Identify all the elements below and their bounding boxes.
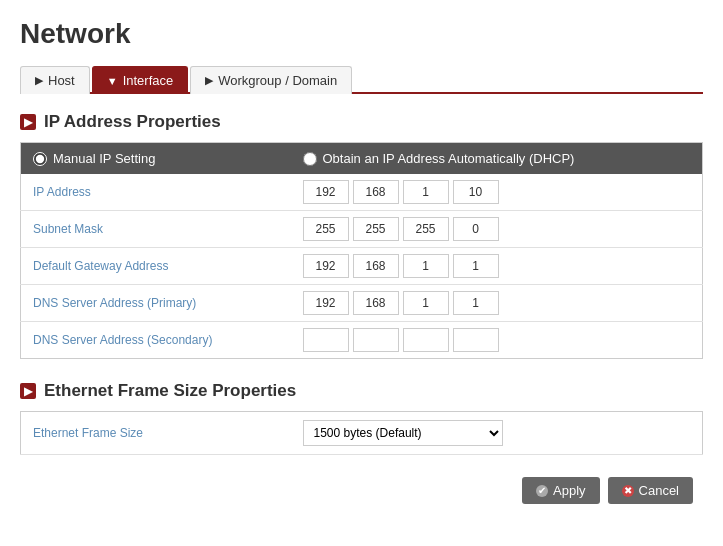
ip-section: ▶ IP Address Properties Manual IP Settin… xyxy=(20,112,703,359)
eth-table: Ethernet Frame Size 1500 bytes (Default)… xyxy=(20,411,703,455)
apply-icon: ✔ xyxy=(536,485,548,497)
tabs-bar: ▶ Host ▼ Interface ▶ Workgroup / Domain xyxy=(20,64,703,94)
ip-octet-input[interactable] xyxy=(353,291,399,315)
ip-octet-input[interactable] xyxy=(353,328,399,352)
ip-octet-input[interactable] xyxy=(303,254,349,278)
ip-row: IP Address xyxy=(21,174,703,211)
ip-row-label: IP Address xyxy=(21,174,291,211)
ip-row-inputs xyxy=(291,285,703,322)
ip-row-inputs xyxy=(291,322,703,359)
ip-octet-input[interactable] xyxy=(453,291,499,315)
dhcp-label: Obtain an IP Address Automatically (DHCP… xyxy=(323,151,575,166)
dhcp-radio-group: Obtain an IP Address Automatically (DHCP… xyxy=(303,151,691,166)
ip-dhcp-header: Obtain an IP Address Automatically (DHCP… xyxy=(291,143,703,175)
manual-label: Manual IP Setting xyxy=(53,151,155,166)
cancel-label: Cancel xyxy=(639,483,679,498)
ip-row-inputs xyxy=(291,211,703,248)
tab-interface-arrow: ▼ xyxy=(107,75,118,87)
ip-inputs-group xyxy=(303,291,691,315)
ip-octet-input[interactable] xyxy=(353,180,399,204)
ip-row-inputs xyxy=(291,174,703,211)
page-title: Network xyxy=(20,18,703,50)
ip-row: Default Gateway Address xyxy=(21,248,703,285)
ip-octet-input[interactable] xyxy=(403,180,449,204)
ip-section-header: ▶ IP Address Properties xyxy=(20,112,703,132)
ip-octet-input[interactable] xyxy=(453,180,499,204)
ip-section-icon: ▶ xyxy=(20,114,36,130)
eth-row-label: Ethernet Frame Size xyxy=(21,412,291,455)
eth-frame-size-select[interactable]: 1500 bytes (Default)4088 bytes7500 bytes… xyxy=(303,420,503,446)
tab-interface-label: Interface xyxy=(123,73,174,88)
ip-octet-input[interactable] xyxy=(303,291,349,315)
manual-radio-group: Manual IP Setting xyxy=(33,151,279,166)
eth-section-icon: ▶ xyxy=(20,383,36,399)
ip-inputs-group xyxy=(303,328,691,352)
ip-table-header-row: Manual IP Setting Obtain an IP Address A… xyxy=(21,143,703,175)
apply-button[interactable]: ✔ Apply xyxy=(522,477,600,504)
tab-host[interactable]: ▶ Host xyxy=(20,66,90,94)
tab-workgroup-label: Workgroup / Domain xyxy=(218,73,337,88)
page-container: Network ▶ Host ▼ Interface ▶ Workgroup /… xyxy=(0,0,723,524)
ip-octet-input[interactable] xyxy=(403,328,449,352)
ip-octet-input[interactable] xyxy=(403,254,449,278)
ip-row-label: Subnet Mask xyxy=(21,211,291,248)
ip-row: DNS Server Address (Primary) xyxy=(21,285,703,322)
ip-octet-input[interactable] xyxy=(353,254,399,278)
tab-workgroup[interactable]: ▶ Workgroup / Domain xyxy=(190,66,352,94)
manual-radio[interactable] xyxy=(33,152,47,166)
eth-row-value: 1500 bytes (Default)4088 bytes7500 bytes… xyxy=(291,412,703,455)
tab-workgroup-arrow: ▶ xyxy=(205,74,213,87)
buttons-row: ✔ Apply ✖ Cancel xyxy=(20,477,703,504)
ip-octet-input[interactable] xyxy=(353,217,399,241)
ip-octet-input[interactable] xyxy=(303,180,349,204)
ip-row: Subnet Mask xyxy=(21,211,703,248)
ip-octet-input[interactable] xyxy=(453,328,499,352)
ip-section-title: IP Address Properties xyxy=(44,112,221,132)
eth-section: ▶ Ethernet Frame Size Properties Etherne… xyxy=(20,381,703,455)
eth-section-title: Ethernet Frame Size Properties xyxy=(44,381,296,401)
ip-table: Manual IP Setting Obtain an IP Address A… xyxy=(20,142,703,359)
tab-host-arrow: ▶ xyxy=(35,74,43,87)
tab-interface[interactable]: ▼ Interface xyxy=(92,66,188,94)
cancel-icon: ✖ xyxy=(622,485,634,497)
ip-manual-header: Manual IP Setting xyxy=(21,143,291,175)
eth-row: Ethernet Frame Size 1500 bytes (Default)… xyxy=(21,412,703,455)
ip-octet-input[interactable] xyxy=(453,254,499,278)
ip-octet-input[interactable] xyxy=(403,291,449,315)
ip-octet-input[interactable] xyxy=(453,217,499,241)
ip-octet-input[interactable] xyxy=(303,328,349,352)
ip-row-label: Default Gateway Address xyxy=(21,248,291,285)
ip-row-label: DNS Server Address (Secondary) xyxy=(21,322,291,359)
ip-inputs-group xyxy=(303,217,691,241)
apply-label: Apply xyxy=(553,483,586,498)
ip-row: DNS Server Address (Secondary) xyxy=(21,322,703,359)
ip-inputs-group xyxy=(303,180,691,204)
tab-host-label: Host xyxy=(48,73,75,88)
ip-octet-input[interactable] xyxy=(403,217,449,241)
ip-row-label: DNS Server Address (Primary) xyxy=(21,285,291,322)
eth-section-header: ▶ Ethernet Frame Size Properties xyxy=(20,381,703,401)
ip-row-inputs xyxy=(291,248,703,285)
cancel-button[interactable]: ✖ Cancel xyxy=(608,477,693,504)
ip-octet-input[interactable] xyxy=(303,217,349,241)
ip-inputs-group xyxy=(303,254,691,278)
dhcp-radio[interactable] xyxy=(303,152,317,166)
